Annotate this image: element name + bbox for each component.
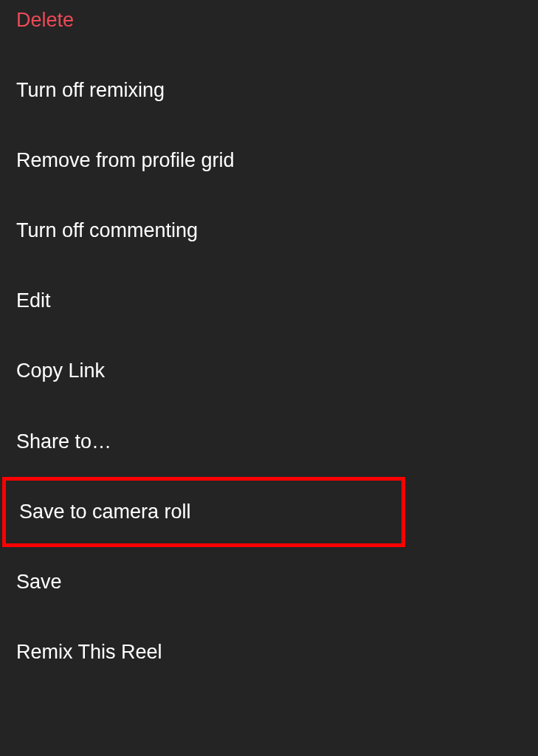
menu-item-share-to[interactable]: Share to… — [0, 407, 538, 477]
menu-item-remix-this-reel[interactable]: Remix This Reel — [0, 617, 538, 687]
menu-item-remove-from-profile-grid[interactable]: Remove from profile grid — [0, 126, 538, 196]
menu-item-delete[interactable]: Delete — [0, 0, 538, 55]
menu-item-edit[interactable]: Edit — [0, 266, 538, 336]
menu-item-turn-off-remixing[interactable]: Turn off remixing — [0, 55, 538, 126]
highlight-annotation: Save to camera roll — [2, 477, 405, 547]
menu-item-save-to-camera-roll[interactable]: Save to camera roll — [19, 499, 388, 525]
action-menu: Delete Turn off remixing Remove from pro… — [0, 0, 538, 687]
menu-item-save[interactable]: Save — [0, 547, 538, 617]
menu-item-copy-link[interactable]: Copy Link — [0, 336, 538, 406]
menu-item-turn-off-commenting[interactable]: Turn off commenting — [0, 196, 538, 266]
